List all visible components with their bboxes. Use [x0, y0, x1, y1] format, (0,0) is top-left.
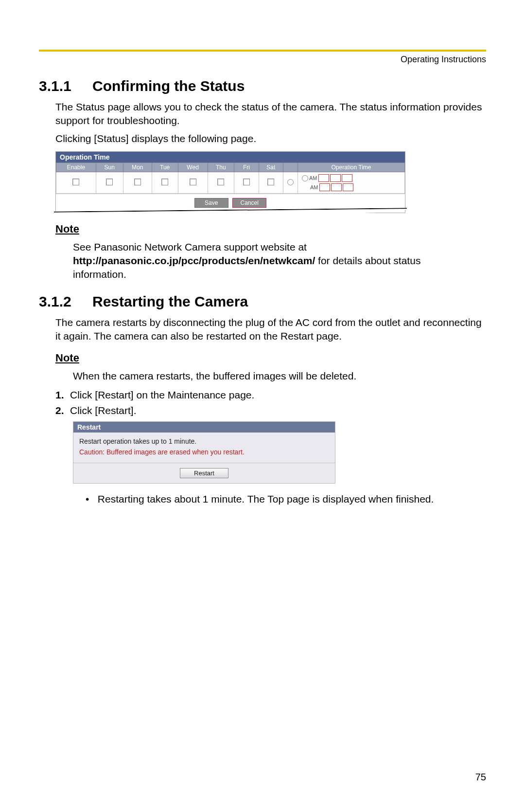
- col-tue: Tue: [152, 163, 178, 172]
- always-radio[interactable]: [287, 179, 294, 185]
- col-fri: Fri: [234, 163, 259, 172]
- time-sec-1[interactable]: [342, 174, 352, 182]
- note-label-2: Note: [55, 352, 486, 364]
- time-hour-2[interactable]: [319, 183, 330, 191]
- save-button[interactable]: Save: [194, 198, 228, 208]
- thu-checkbox[interactable]: [217, 179, 224, 185]
- step-1-text: Click [Restart] on the Maintenance page.: [70, 389, 254, 400]
- sat-checkbox[interactable]: [267, 179, 274, 185]
- header-rule: [39, 50, 486, 52]
- operation-time-figure: Operation Time Enable Sun Mon Tue Wed Th…: [55, 151, 405, 213]
- restart-line1: Restart operation takes up to 1 minute.: [79, 437, 329, 445]
- table-header-row: Enable Sun Mon Tue Wed Thu Fri Sat Opera…: [56, 163, 405, 172]
- tue-checkbox[interactable]: [161, 179, 168, 185]
- page-number: 75: [475, 772, 486, 783]
- section-311-number: 3.1.1: [39, 78, 92, 94]
- time-end-group: AM: [302, 183, 401, 191]
- restart-caution: Caution: Buffered images are erased when…: [79, 448, 329, 456]
- operation-time-title: Operation Time: [56, 152, 405, 162]
- note-label-1: Note: [55, 223, 486, 235]
- restart-title: Restart: [73, 422, 335, 433]
- col-radio: [283, 163, 298, 172]
- ordered-list: 1.Click [Restart] on the Maintenance pag…: [55, 389, 486, 416]
- fri-checkbox[interactable]: [243, 179, 250, 185]
- section-311-para-1: The Status page allows you to check the …: [55, 100, 486, 127]
- restart-body: Restart operation takes up to 1 minute. …: [73, 433, 335, 463]
- note-bold-url: http://panasonic.co.jp/pcc/products/en/n…: [73, 255, 315, 266]
- col-wed: Wed: [178, 163, 208, 172]
- cancel-button[interactable]: Cancel: [232, 198, 266, 208]
- time-min-1[interactable]: [330, 174, 341, 182]
- section-311-para-2: Clicking [Status] displays the following…: [55, 132, 486, 145]
- header-label: Operating Instructions: [401, 54, 486, 65]
- time-start-group: AM: [302, 174, 401, 182]
- section-312-para: The camera restarts by disconnecting the…: [55, 316, 486, 343]
- step-2-text: Click [Restart].: [70, 405, 137, 416]
- col-mon: Mon: [123, 163, 152, 172]
- enable-checkbox[interactable]: [72, 179, 79, 185]
- am-label-1: AM: [309, 175, 317, 181]
- mon-checkbox[interactable]: [134, 179, 141, 185]
- time-hour-1[interactable]: [318, 174, 329, 182]
- section-312-number: 3.1.2: [39, 293, 92, 310]
- time-radio-1[interactable]: [302, 175, 308, 181]
- col-thu: Thu: [208, 163, 234, 172]
- operation-time-table: Enable Sun Mon Tue Wed Thu Fri Sat Opera…: [56, 162, 405, 194]
- am-label-2: AM: [310, 184, 318, 190]
- note-body-1: See Panasonic Network Camera support web…: [73, 240, 476, 281]
- col-optime: Operation Time: [298, 163, 405, 172]
- col-sat: Sat: [259, 163, 283, 172]
- note-body-2: When the camera restarts, the buffered i…: [73, 369, 476, 383]
- time-sec-2[interactable]: [343, 183, 353, 191]
- sun-checkbox[interactable]: [106, 179, 113, 185]
- section-311-title: Confirming the Status: [92, 78, 245, 94]
- list-item: 2.Click [Restart].: [55, 405, 486, 416]
- bullet-item: • Restarting takes about 1 minute. The T…: [86, 493, 486, 505]
- table-row: AM AM: [56, 172, 405, 194]
- note-text-pre: See Panasonic Network Camera support web…: [73, 241, 307, 253]
- section-312-title: Restarting the Camera: [92, 293, 248, 309]
- col-enable: Enable: [56, 163, 96, 172]
- restart-figure: Restart Restart operation takes up to 1 …: [73, 421, 335, 484]
- col-sun: Sun: [96, 163, 123, 172]
- wed-checkbox[interactable]: [190, 179, 196, 185]
- section-311-heading: 3.1.1Confirming the Status: [39, 78, 486, 94]
- list-item: 1.Click [Restart] on the Maintenance pag…: [55, 389, 486, 401]
- bullet-text: Restarting takes about 1 minute. The Top…: [98, 493, 434, 505]
- time-min-2[interactable]: [331, 183, 342, 191]
- section-312-heading: 3.1.2Restarting the Camera: [39, 293, 486, 310]
- restart-button[interactable]: Restart: [180, 468, 228, 478]
- restart-button-row: Restart: [73, 463, 335, 483]
